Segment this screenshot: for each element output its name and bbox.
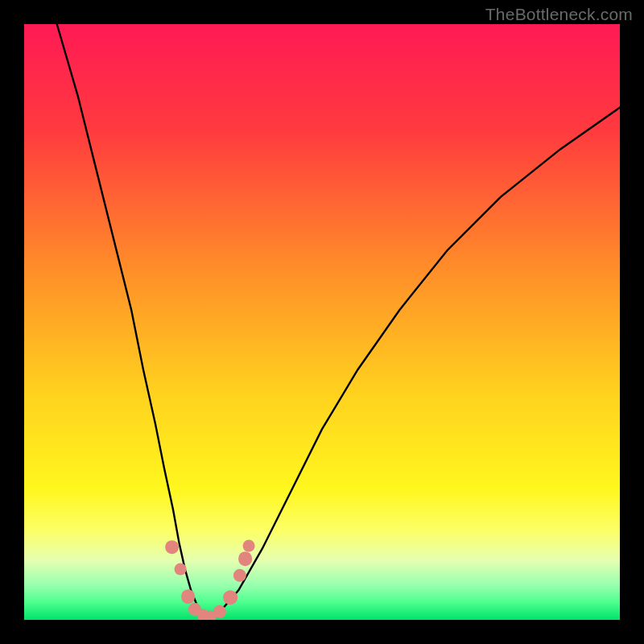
scatter-point <box>174 564 186 576</box>
chart-frame: TheBottleneck.com <box>0 0 644 644</box>
scatter-point <box>213 605 226 617</box>
scatter-point <box>223 590 237 605</box>
scatter-point <box>233 568 246 581</box>
scatter-point <box>181 589 196 604</box>
scatter-point <box>243 540 255 552</box>
scatter-point <box>238 551 253 566</box>
plot-area <box>24 24 620 620</box>
watermark-label: TheBottleneck.com <box>485 5 633 24</box>
scatter-point <box>165 540 180 555</box>
scatter-layer <box>24 24 620 620</box>
